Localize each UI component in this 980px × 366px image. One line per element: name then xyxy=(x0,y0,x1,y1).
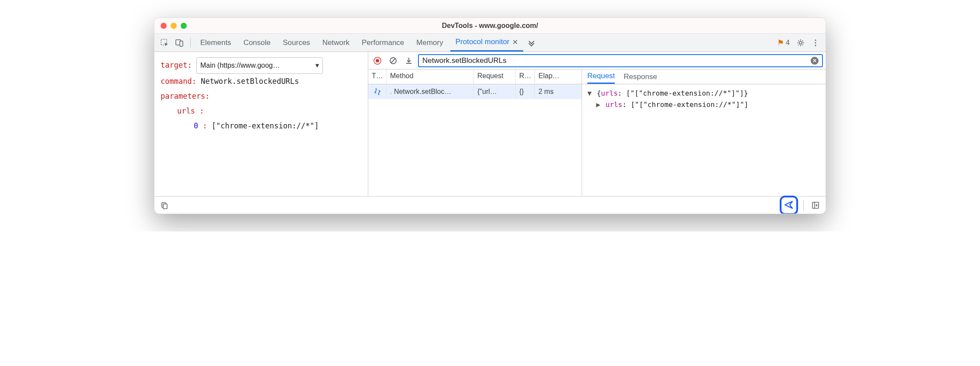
tab-network[interactable]: Network xyxy=(317,34,355,52)
minimize-window-button[interactable] xyxy=(171,23,177,29)
more-tabs-icon[interactable] xyxy=(525,36,538,49)
command-label: command xyxy=(161,77,192,86)
tab-protocol-monitor[interactable]: Protocol monitor ✕ xyxy=(450,34,523,52)
panel-tabs: Elements Console Sources Network Perform… xyxy=(154,34,826,52)
settings-icon[interactable] xyxy=(794,36,807,49)
detail-tabs: Request Response xyxy=(582,69,826,84)
messages-table: T… Method Request R… Elap… . Network.set… xyxy=(368,69,582,196)
close-window-button[interactable] xyxy=(161,23,167,29)
record-icon[interactable] xyxy=(371,54,384,67)
clear-filter-icon[interactable]: ✕ xyxy=(811,57,819,65)
expand-arrow-right-icon[interactable]: ▶ xyxy=(595,99,601,110)
kebab-menu-icon[interactable] xyxy=(809,36,822,49)
col-type[interactable]: T… xyxy=(368,69,387,84)
svg-rect-2 xyxy=(180,41,183,46)
divider xyxy=(190,38,191,48)
close-tab-icon[interactable]: ✕ xyxy=(512,38,518,46)
tab-console[interactable]: Console xyxy=(238,34,276,52)
toggle-sidebar-icon[interactable] xyxy=(809,199,822,212)
issues-icon: ⚑ xyxy=(777,38,784,48)
table-header: T… Method Request R… Elap… xyxy=(368,69,582,84)
tab-sources[interactable]: Sources xyxy=(278,34,315,52)
target-select-value: Main (https://www.goog… xyxy=(200,59,280,73)
detail-tab-response[interactable]: Response xyxy=(624,69,657,84)
device-toolbar-icon[interactable] xyxy=(173,36,186,49)
svg-point-3 xyxy=(799,41,802,44)
table-row[interactable]: . Network.setBloc… {"url… {} 2 ms xyxy=(368,84,582,99)
command-editor-pane: target: Main (https://www.goog… ▾ comman… xyxy=(154,52,368,196)
inspect-element-icon[interactable] xyxy=(158,36,171,49)
tab-performance[interactable]: Performance xyxy=(356,34,409,52)
devtools-window: DevTools - www.google.com/ Elements Cons… xyxy=(154,17,826,214)
titlebar: DevTools - www.google.com/ xyxy=(154,18,826,34)
dropdown-caret-icon: ▾ xyxy=(315,59,319,73)
svg-point-6 xyxy=(815,45,816,46)
send-command-button[interactable] xyxy=(782,198,795,211)
row-elapsed: 2 ms xyxy=(535,85,569,98)
svg-point-4 xyxy=(815,39,816,41)
command-value: Network.setBlockedURLs xyxy=(201,77,299,86)
clear-icon[interactable] xyxy=(387,54,400,67)
tree-line-1[interactable]: ▼ {urls: ["["chrome-extension://*"]"]} xyxy=(586,88,821,99)
param-key: urls xyxy=(177,107,195,115)
svg-rect-8 xyxy=(376,59,379,62)
param-index: 0 xyxy=(194,121,198,130)
col-request[interactable]: Request xyxy=(474,69,516,84)
tab-memory[interactable]: Memory xyxy=(411,34,448,52)
filter-value: Network.setBlockedURLs xyxy=(422,56,507,65)
divider xyxy=(803,200,804,211)
issues-counter[interactable]: ⚑ 4 xyxy=(774,38,792,48)
footer-toolbar xyxy=(154,196,826,214)
target-label: target xyxy=(161,61,187,69)
maximize-window-button[interactable] xyxy=(181,23,187,29)
row-request: {"url… xyxy=(474,85,516,98)
filter-input[interactable]: Network.setBlockedURLs ✕ xyxy=(418,54,823,67)
parameters-label: parameters xyxy=(161,92,205,100)
col-response[interactable]: R… xyxy=(516,69,535,84)
window-title: DevTools - www.google.com/ xyxy=(154,22,826,30)
col-elapsed[interactable]: Elap… xyxy=(535,69,569,84)
monitor-toolbar: Network.setBlockedURLs ✕ xyxy=(368,52,826,69)
window-controls xyxy=(161,23,187,29)
send-command-highlight xyxy=(780,196,798,214)
row-type-icon xyxy=(368,85,387,98)
row-response: {} xyxy=(516,85,535,98)
svg-line-10 xyxy=(391,59,395,63)
target-select[interactable]: Main (https://www.goog… ▾ xyxy=(196,57,323,74)
copy-icon[interactable] xyxy=(158,199,171,212)
detail-tab-request[interactable]: Request xyxy=(587,69,615,84)
detail-body: ▼ {urls: ["["chrome-extension://*"]"]} ▶… xyxy=(582,84,826,114)
col-method[interactable]: Method xyxy=(387,69,474,84)
content-area: target: Main (https://www.goog… ▾ comman… xyxy=(154,52,826,196)
download-icon[interactable] xyxy=(402,54,415,67)
command-editor: target: Main (https://www.goog… ▾ comman… xyxy=(154,52,368,196)
tab-elements[interactable]: Elements xyxy=(195,34,236,52)
param-value: ["chrome-extension://*"] xyxy=(212,121,319,130)
monitor-split: T… Method Request R… Elap… . Network.set… xyxy=(368,69,826,196)
detail-pane: Request Response ▼ {urls: ["["chrome-ext… xyxy=(582,69,826,196)
svg-rect-12 xyxy=(163,204,167,209)
tree-line-2[interactable]: ▶ urls: ["["chrome-extension://*"]"] xyxy=(586,99,821,110)
expand-arrow-down-icon[interactable]: ▼ xyxy=(586,88,593,99)
svg-point-5 xyxy=(815,42,816,43)
row-method: . Network.setBloc… xyxy=(387,85,474,98)
monitor-pane: Network.setBlockedURLs ✕ T… Method Reque… xyxy=(368,52,826,196)
